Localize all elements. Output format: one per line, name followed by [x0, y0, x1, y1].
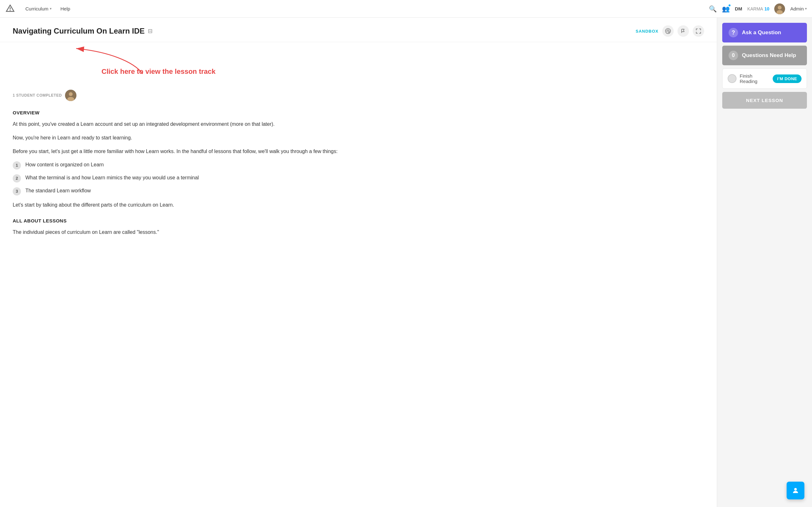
users-button[interactable]: 👥: [722, 5, 730, 13]
svg-point-6: [665, 29, 670, 34]
annotation: Click here to view the lesson track: [0, 42, 717, 87]
content-area: Navigating Curriculum On Learn IDE ⊟ SAN…: [0, 18, 717, 507]
lesson-header: Navigating Curriculum On Learn IDE ⊟ SAN…: [0, 18, 717, 42]
lesson-header-actions: SANDBOX: [636, 25, 704, 37]
github-icon-button[interactable]: [662, 25, 674, 37]
list-number-3: 3: [13, 187, 21, 195]
list-text-3: The standard Learn workflow: [26, 187, 91, 194]
list-text-2: What the terminal is and how Learn mimic…: [26, 174, 199, 181]
im-done-button[interactable]: I'M DONE: [773, 74, 802, 83]
ask-question-label: Ask a Question: [742, 30, 781, 36]
students-label: 1 STUDENT COMPLETED: [13, 93, 62, 98]
lesson-para-5: The individual pieces of curriculum on L…: [13, 228, 704, 236]
lesson-title-row: Navigating Curriculum On Learn IDE ⊟: [13, 26, 153, 36]
top-navigation: Curriculum ▾ Help 🔍 👥 DM KARMA 10 Admin …: [0, 0, 812, 18]
students-completed-row: 1 STUDENT COMPLETED: [13, 90, 704, 101]
help-nav-item[interactable]: Help: [57, 4, 74, 13]
sandbox-badge[interactable]: SANDBOX: [636, 29, 658, 34]
list-text-1: How content is organized on Learn: [26, 161, 104, 169]
admin-chevron-icon: ▾: [805, 7, 807, 11]
svg-point-4: [778, 6, 781, 9]
overview-heading: OVERVIEW: [13, 110, 704, 115]
svg-point-9: [69, 92, 72, 96]
student-avatar: [65, 90, 77, 101]
list-item: 3 The standard Learn workflow: [13, 187, 704, 195]
svg-point-2: [10, 10, 11, 11]
annotation-arrow-svg: [51, 42, 241, 87]
list-number-1: 1: [13, 161, 21, 170]
list-item: 2 What the terminal is and how Learn mim…: [13, 174, 704, 182]
fullscreen-icon-button[interactable]: [693, 25, 704, 37]
admin-menu[interactable]: Admin ▾: [790, 6, 807, 11]
float-action-button[interactable]: [786, 482, 804, 499]
curriculum-nav-item[interactable]: Curriculum ▾: [21, 4, 55, 13]
lesson-para-2: Now, you're here in Learn and ready to s…: [13, 133, 704, 142]
right-sidebar: ? Ask a Question 0 Questions Need Help F…: [717, 18, 812, 507]
karma-count: 10: [764, 6, 769, 11]
lesson-title: Navigating Curriculum On Learn IDE: [13, 26, 145, 36]
lesson-para-1: At this point, you've created a Learn ac…: [13, 120, 704, 128]
questions-count: 0: [728, 51, 738, 60]
lesson-bookmark-icon: ⊟: [148, 27, 153, 35]
question-icon: ?: [728, 28, 738, 38]
finish-circle-icon: [728, 74, 737, 83]
curriculum-chevron-icon: ▾: [50, 7, 52, 11]
next-lesson-button[interactable]: NEXT LESSON: [722, 92, 807, 109]
svg-point-11: [794, 488, 797, 491]
notification-badge: [728, 4, 731, 7]
app-logo: [5, 4, 15, 14]
flag-icon-button[interactable]: [677, 25, 689, 37]
lesson-para-4: Let's start by talking about the differe…: [13, 201, 704, 209]
questions-need-help-button[interactable]: 0 Questions Need Help: [722, 46, 807, 65]
nav-right: 🔍 👥 DM KARMA 10 Admin ▾: [709, 3, 807, 14]
all-about-heading: ALL ABOUT LESSONS: [13, 218, 704, 223]
dm-label: DM: [735, 6, 742, 11]
lesson-para-3: Before you start, let's just get a littl…: [13, 147, 704, 156]
ask-question-button[interactable]: ? Ask a Question: [722, 23, 807, 43]
annotation-text: Click here to view the lesson track: [101, 67, 215, 76]
finish-reading-row: Finish Reading I'M DONE: [722, 68, 807, 89]
search-button[interactable]: 🔍: [709, 5, 717, 13]
questions-need-help-label: Questions Need Help: [742, 52, 796, 59]
nav-links: Curriculum ▾ Help: [21, 4, 74, 13]
finish-reading-label: Finish Reading: [740, 73, 769, 84]
lesson-list: 1 How content is organized on Learn 2 Wh…: [13, 161, 704, 195]
list-item: 1 How content is organized on Learn: [13, 161, 704, 170]
list-number-2: 2: [13, 174, 21, 182]
karma-display: KARMA 10: [747, 6, 769, 11]
person-icon: [792, 487, 799, 494]
main-layout: Navigating Curriculum On Learn IDE ⊟ SAN…: [0, 18, 812, 507]
user-avatar[interactable]: [774, 3, 785, 14]
lesson-body: 1 STUDENT COMPLETED OVERVIEW At this poi…: [0, 87, 717, 254]
